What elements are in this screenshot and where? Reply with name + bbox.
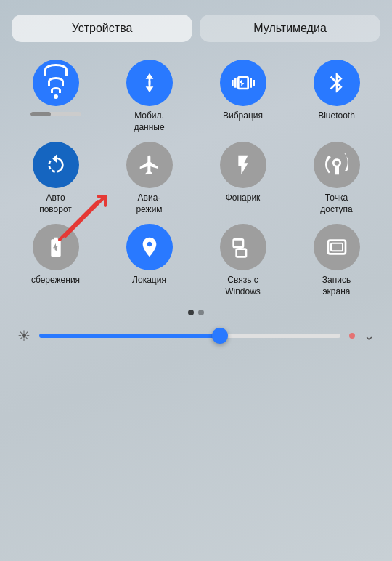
battery-saver-label: сбережения xyxy=(31,275,80,286)
windows-link-icon-circle xyxy=(220,224,266,270)
flashlight-icon-circle xyxy=(220,142,266,188)
vibration-icon-circle xyxy=(220,60,266,106)
bluetooth-item[interactable]: Bluetooth xyxy=(293,60,380,133)
tab-bar: Устройства Мультимедиа xyxy=(12,15,380,42)
location-icon-circle xyxy=(126,224,173,270)
hotspot-item[interactable]: Точкадоступа xyxy=(293,142,380,215)
main-container: Устройства Мультимедиа xyxy=(0,0,392,561)
auto-rotate-icon-circle xyxy=(33,142,79,188)
screen-record-icon-circle xyxy=(314,224,360,270)
location-label: Локация xyxy=(132,275,166,286)
mobile-data-icon-circle xyxy=(126,60,173,106)
auto-rotate-label: Автоповорот xyxy=(39,193,72,215)
mobile-data-label: Мобил.данные xyxy=(134,110,164,133)
page-dots xyxy=(12,310,380,315)
screen-record-label: Записьэкрана xyxy=(322,275,351,297)
hotspot-icon xyxy=(325,153,348,177)
screen-record-item[interactable]: Записьэкрана xyxy=(293,224,380,297)
controls-grid: Мобил.данные Вибрация Bluetooth xyxy=(12,60,380,298)
vibration-item[interactable]: Вибрация xyxy=(199,60,287,133)
mobile-data-item[interactable]: Мобил.данные xyxy=(105,60,193,133)
dot-2 xyxy=(198,310,204,315)
brightness-slider[interactable] xyxy=(39,334,340,338)
auto-rotate-item[interactable]: Автоповорот xyxy=(12,142,99,215)
airplane-icon xyxy=(138,153,161,177)
svg-rect-4 xyxy=(335,167,338,174)
wifi-item[interactable] xyxy=(12,60,99,133)
bluetooth-icon xyxy=(325,71,348,94)
brightness-sun-icon: ☀ xyxy=(17,327,30,344)
battery-saver-item[interactable]: сбережения xyxy=(12,224,99,297)
svg-rect-6 xyxy=(236,249,245,257)
chevron-down-icon[interactable]: ⌄ xyxy=(364,328,375,344)
svg-rect-9 xyxy=(331,243,343,251)
mobile-data-icon xyxy=(138,71,161,94)
hotspot-icon-circle xyxy=(314,142,360,188)
windows-link-item[interactable]: Связь сWindows xyxy=(199,224,287,297)
brightness-thumb[interactable] xyxy=(212,328,228,344)
hotspot-label: Точкадоступа xyxy=(320,193,352,215)
airplane-icon-circle xyxy=(126,142,173,188)
battery-saver-icon xyxy=(44,235,68,259)
brightness-row: ☀ ⌄ xyxy=(12,327,380,344)
tab-media[interactable]: Мультимедиа xyxy=(200,15,380,42)
auto-rotate-icon xyxy=(44,153,68,177)
slider-end-dot xyxy=(349,333,355,339)
bluetooth-label: Bluetooth xyxy=(318,110,355,122)
wifi-signal-bar xyxy=(30,112,81,116)
windows-link-label: Связь сWindows xyxy=(225,275,261,297)
screen-record-icon xyxy=(325,235,348,259)
windows-link-icon xyxy=(232,235,255,259)
battery-saver-icon-circle xyxy=(33,224,79,270)
flashlight-icon xyxy=(232,153,255,177)
airplane-item[interactable]: Авиа-режим xyxy=(105,142,193,215)
location-icon xyxy=(138,235,161,259)
wifi-icon-circle xyxy=(33,60,79,106)
airplane-label: Авиа-режим xyxy=(136,193,162,215)
flashlight-item[interactable]: Фонарик xyxy=(199,142,287,215)
vibration-label: Вибрация xyxy=(223,110,263,122)
tab-devices[interactable]: Устройства xyxy=(12,15,192,42)
vibration-icon xyxy=(232,71,255,94)
bluetooth-icon-circle xyxy=(314,60,360,106)
dot-1 xyxy=(188,310,194,315)
flashlight-label: Фонарик xyxy=(226,193,261,204)
svg-rect-5 xyxy=(233,240,242,248)
wifi-icon xyxy=(44,64,68,102)
location-item[interactable]: Локация xyxy=(105,224,193,297)
